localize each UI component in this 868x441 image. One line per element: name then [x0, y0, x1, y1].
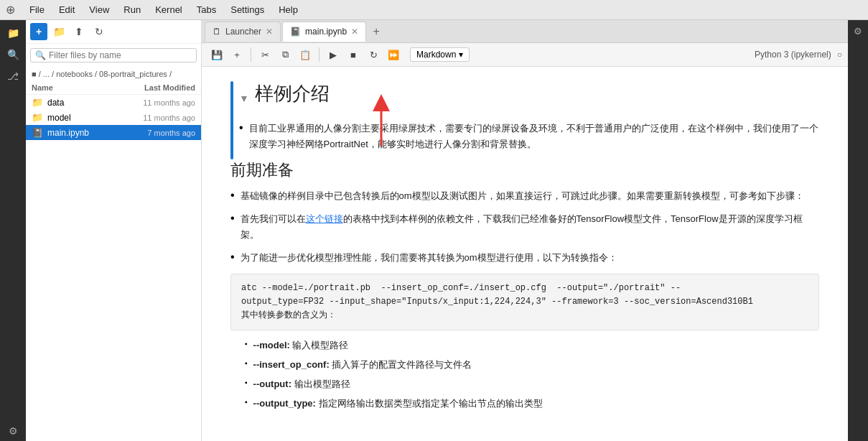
menu-kernel[interactable]: Kernel: [149, 3, 188, 17]
code-block: atc --model=./portrait.pb --insert_op_co…: [230, 274, 819, 331]
toolbar-sep-2: [319, 47, 319, 62]
toolbar-sep-1: [251, 47, 251, 62]
notebook-heading-1: 样例介绍: [255, 81, 330, 106]
sub-bullet-model: ▪ --model: 输入模型路径: [245, 338, 819, 353]
sub-dot: ▪: [245, 340, 248, 353]
cut-button[interactable]: ✂: [256, 45, 274, 64]
para3-prefix: 首先我们可以在: [241, 213, 306, 224]
paste-button[interactable]: 📋: [296, 45, 314, 64]
notebook-toolbar: 💾 + ✂ ⧉ 📋 ▶ ■ ↻ ⏩ Markdown ▾ Python 3 (i…: [202, 43, 848, 67]
para4: • 为了能进一步优化模型推理性能，我们需要将其转换为om模型进行使用，以下为转换…: [230, 250, 819, 266]
bullet-dot: •: [230, 251, 235, 266]
term-output-type: --output_type:: [253, 398, 316, 409]
cell-type-label: Markdown: [416, 50, 456, 60]
bullet-dot: •: [230, 212, 235, 243]
sidebar-search-icon[interactable]: 🔍: [3, 45, 23, 65]
notebook-area: 🗒 Launcher ✕ 📓 main.ipynb ✕ + 💾 + ✂ ⧉ 📋 …: [202, 20, 848, 441]
notebook-tab-icon: 📓: [290, 27, 301, 37]
menu-help[interactable]: Help: [273, 3, 304, 17]
breadcrumb: ■ / ... / notebooks / 08-portrait_pictur…: [26, 67, 201, 81]
upload-button[interactable]: ⬆: [70, 23, 88, 40]
file-modified: 7 months ago: [116, 129, 195, 137]
term-model-desc: 输入模型路径: [292, 340, 348, 351]
left-icon-sidebar: 📁 🔍 ⎇ ⚙: [0, 20, 26, 441]
sub-bullet-output-type: ▪ --output_type: 指定网络输出数据类型或指定某个输出节点的输出类…: [245, 396, 819, 412]
menu-run[interactable]: Run: [118, 3, 146, 17]
menu-view[interactable]: View: [83, 3, 115, 17]
run-cell-button[interactable]: ▶: [324, 45, 342, 64]
term-model: --model:: [253, 340, 290, 351]
tab-label: Launcher: [225, 27, 261, 37]
sub-dot: ▪: [245, 379, 248, 392]
sidebar-settings-icon[interactable]: ⚙: [3, 421, 23, 441]
file-modified: 11 months ago: [116, 98, 195, 107]
menu-file[interactable]: File: [24, 3, 50, 17]
sub-dot: ▪: [245, 398, 248, 412]
para2-text: 基础镜像的样例目录中已包含转换后的om模型以及测试图片，如果直接运行，可跳过此步…: [241, 188, 804, 204]
main-layout: 📁 🔍 ⎇ ⚙ + 📁 ⬆ ↻ 🔍 ■ / ... / notebooks / …: [0, 20, 868, 441]
notebook-content[interactable]: ▼ 样例介绍 • 目前工业界通用的人像分割主要采用绿屏技术，需要专门的绿屏设备及…: [202, 67, 848, 441]
sub-text: --insert_op_conf: 插入算子的配置文件路径与文件名: [253, 357, 472, 373]
tab-main-ipynb[interactable]: 📓 main.ipynb ✕: [282, 22, 366, 42]
save-button[interactable]: 💾: [207, 45, 226, 64]
search-icon: 🔍: [35, 50, 46, 60]
para3: • 首先我们可以在这个链接的表格中找到本样例的依赖文件，下载我们已经准备好的Te…: [230, 211, 819, 243]
sidebar-git-icon[interactable]: ⎇: [3, 66, 23, 86]
menubar: ⊕ File Edit View Run Kernel Tabs Setting…: [0, 0, 868, 20]
cell-heading2: 前期准备 • 基础镜像的样例目录中已包含转换后的om模型以及测试图片，如果直接运…: [230, 159, 819, 412]
right-settings-icon[interactable]: ⚙: [851, 23, 865, 40]
bullet-dot: •: [239, 121, 243, 152]
refresh-button[interactable]: ↻: [90, 23, 108, 40]
tab-close-main[interactable]: ✕: [351, 27, 358, 37]
para1-text: 目前工业界通用的人像分割主要采用绿屏技术，需要专门的绿屏设备及环境，不利于普通用…: [249, 121, 819, 152]
file-item-model[interactable]: 📁 model 11 months ago: [26, 110, 201, 125]
notebook-heading-2: 前期准备: [230, 159, 819, 181]
file-panel-toolbar: + 📁 ⬆ ↻: [26, 20, 201, 44]
new-folder-button[interactable]: 📁: [50, 23, 67, 40]
tab-close-launcher[interactable]: ✕: [266, 27, 273, 37]
file-item-main[interactable]: 📓 main.ipynb 7 months ago: [26, 125, 201, 140]
cell-border: [230, 81, 233, 159]
file-name: main.ipynb: [47, 128, 116, 138]
search-input[interactable]: [49, 50, 192, 60]
launcher-tab-icon: 🗒: [213, 27, 221, 37]
file-name: model: [47, 113, 116, 123]
term-output-desc: 输出模型路径: [294, 379, 350, 389]
file-name: data: [47, 98, 116, 108]
dropdown-chevron-icon: ▾: [459, 50, 463, 60]
sub-text: --output: 输出模型路径: [253, 376, 350, 392]
restart-run-button[interactable]: ⏩: [384, 45, 403, 64]
term-output: --output:: [253, 379, 291, 389]
sidebar-files-icon[interactable]: 📁: [3, 23, 23, 43]
file-panel: + 📁 ⬆ ↻ 🔍 ■ / ... / notebooks / 08-portr…: [26, 20, 202, 441]
sub-text: --output_type: 指定网络输出数据类型或指定某个输出节点的输出类型: [253, 396, 543, 412]
menu-settings[interactable]: Settings: [225, 3, 270, 17]
copy-button[interactable]: ⧉: [276, 45, 294, 64]
file-search-box[interactable]: 🔍: [30, 48, 197, 62]
cell-collapse-icon[interactable]: ▼: [239, 93, 249, 104]
stop-button[interactable]: ■: [344, 45, 363, 64]
sub-bullet-insert: ▪ --insert_op_conf: 插入算子的配置文件路径与文件名: [245, 357, 819, 373]
para3-link[interactable]: 这个链接: [306, 213, 343, 224]
term-insert: --insert_op_conf:: [253, 359, 330, 370]
notebook-scroll-area: ▼ 样例介绍 • 目前工业界通用的人像分割主要采用绿屏技术，需要专门的绿屏设备及…: [202, 67, 848, 441]
tab-bar: 🗒 Launcher ✕ 📓 main.ipynb ✕ +: [202, 20, 848, 43]
cell-type-dropdown[interactable]: Markdown ▾: [410, 47, 470, 62]
tab-launcher[interactable]: 🗒 Launcher ✕: [205, 22, 281, 42]
sub-bullet-output: ▪ --output: 输出模型路径: [245, 376, 819, 392]
app-logo: ⊕: [6, 3, 15, 17]
file-item-data[interactable]: 📁 data 11 months ago: [26, 95, 201, 110]
sub-text: --model: 输入模型路径: [253, 338, 349, 353]
cell-heading1: ▼ 样例介绍 • 目前工业界通用的人像分割主要采用绿屏技术，需要专门的绿屏设备及…: [230, 81, 819, 159]
menu-tabs[interactable]: Tabs: [191, 3, 222, 17]
menu-edit[interactable]: Edit: [53, 3, 80, 17]
restart-button[interactable]: ↻: [364, 45, 383, 64]
new-file-button[interactable]: +: [30, 23, 47, 40]
add-tab-button[interactable]: +: [368, 23, 385, 40]
para2: • 基础镜像的样例目录中已包含转换后的om模型以及测试图片，如果直接运行，可跳过…: [230, 188, 819, 204]
notebook-icon: 📓: [32, 127, 43, 138]
sub-dot: ▪: [245, 359, 248, 373]
tab-label: main.ipynb: [305, 27, 347, 37]
add-cell-button[interactable]: +: [228, 45, 246, 64]
folder-icon: 📁: [32, 97, 43, 108]
